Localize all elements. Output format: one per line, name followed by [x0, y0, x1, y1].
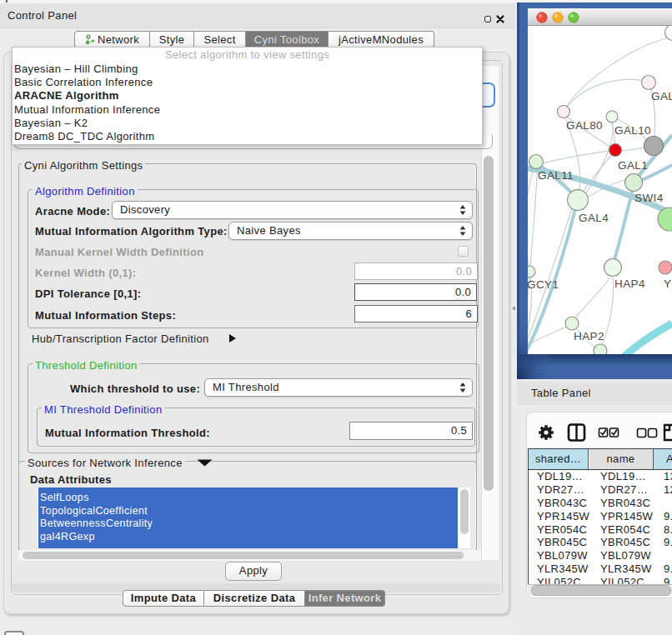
svg-text:GAL80: GAL80 — [566, 119, 603, 132]
svg-text:GAL10: GAL10 — [614, 124, 651, 137]
svg-text:Y: Y — [664, 278, 671, 290]
svg-text:SWI4: SWI4 — [634, 192, 664, 204]
svg-text:GCY1: GCY1 — [527, 278, 559, 291]
svg-text:GAL11: GAL11 — [538, 169, 574, 182]
svg-text:GAL2: GAL2 — [651, 90, 672, 102]
svg-text:HAP2: HAP2 — [574, 330, 604, 342]
svg-text:GAL4: GAL4 — [579, 212, 609, 224]
svg-text:HAP4: HAP4 — [614, 278, 645, 290]
svg-text:GAL1: GAL1 — [618, 159, 648, 172]
